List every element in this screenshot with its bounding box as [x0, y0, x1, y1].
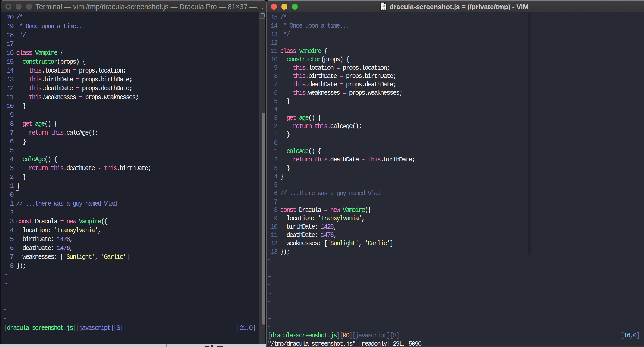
svg-text:JS: JS — [382, 7, 385, 10]
